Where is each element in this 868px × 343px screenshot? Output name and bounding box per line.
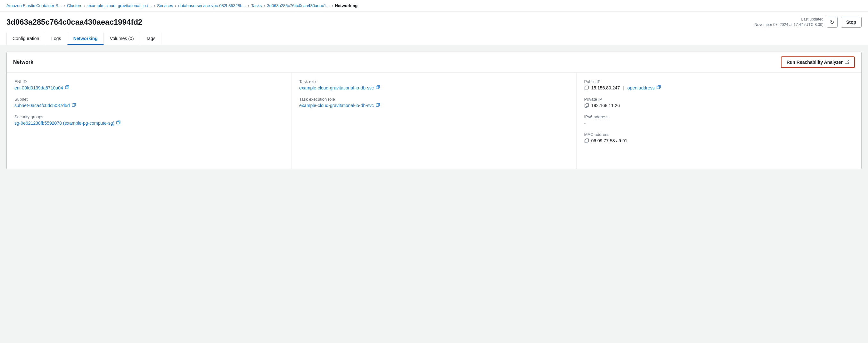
eni-id-link[interactable]: eni-09fd0139da8710a04 [14,85,63,90]
tab-configuration[interactable]: Configuration [6,33,45,45]
page-title: 3d063a285c764c0caa430aeac1994fd2 [6,18,142,27]
breadcrumb-sep-1: › [64,3,65,8]
security-groups-value: sg-0e621238fb5592078 (example-pg-compute… [14,120,283,126]
breadcrumb-item-ecs[interactable]: Amazon Elastic Container S... [6,3,62,8]
breadcrumb-sep-7: › [332,3,333,8]
last-updated-value: November 07, 2024 at 17:47 (UTC-8:00) [754,23,823,27]
subnet-value: subnet-0aca4fc0dc5087d5d [14,103,283,108]
breadcrumb-sep-6: › [264,3,265,8]
task-execution-role-label: Task execution role [299,97,568,102]
mac-address-value: 06:09:77:58:a9:91 [584,138,854,143]
svg-rect-9 [586,104,588,107]
breadcrumb-sep-5: › [248,3,249,8]
eni-id-label: ENI ID [14,79,283,84]
task-role-group: Task role example-cloud-gravitational-io… [299,79,568,90]
pipe-separator: | [623,85,624,90]
ipv6-address-group: IPv6 address - [584,114,854,126]
breadcrumb-sep-4: › [175,3,176,8]
security-groups-group: Security groups sg-0e621238fb5592078 (ex… [14,114,283,126]
tab-networking[interactable]: Networking [67,33,104,45]
network-section-card: Network Run Reachability Analyzer ENI ID… [6,52,862,169]
svg-rect-11 [586,139,588,142]
task-role-value: example-cloud-gravitational-io-db-svc [299,85,568,90]
main-content: Network Run Reachability Analyzer ENI ID… [0,45,868,176]
svg-rect-7 [657,86,659,89]
subnet-group: Subnet subnet-0aca4fc0dc5087d5d [14,97,283,108]
private-ip-copy-icon[interactable] [584,103,589,108]
tabs-row: Configuration Logs Networking Volumes (0… [6,33,862,45]
svg-rect-4 [376,104,379,107]
open-address-link[interactable]: open address [627,85,655,90]
public-ip-label: Public IP [584,79,854,84]
refresh-button[interactable]: ↻ [827,17,838,28]
network-col-2: Task role example-cloud-gravitational-io… [291,73,576,169]
eni-id-external-icon [65,85,69,90]
ipv6-address-text: - [584,120,586,126]
public-ip-group: Public IP 15.156.80.247 | open address [584,79,854,90]
eni-id-value: eni-09fd0139da8710a04 [14,85,283,90]
run-reachability-button[interactable]: Run Reachability Analyzer [781,56,855,68]
tab-volumes[interactable]: Volumes (0) [104,33,140,45]
tab-tags[interactable]: Tags [140,33,162,45]
security-groups-external-icon [116,120,120,126]
svg-rect-2 [117,121,119,124]
ipv6-address-value: - [584,120,854,126]
mac-address-label: MAC address [584,132,854,137]
private-ip-label: Private IP [584,97,854,102]
external-link-icon [845,60,849,65]
public-ip-value: 15.156.80.247 | open address [584,85,854,90]
subnet-link[interactable]: subnet-0aca4fc0dc5087d5d [14,103,70,108]
breadcrumb-item-services[interactable]: Services [157,3,173,8]
task-execution-role-value: example-cloud-gravitational-io-db-svc [299,103,568,108]
private-ip-text: 192.168.11.26 [591,103,620,108]
svg-rect-1 [72,104,74,107]
breadcrumb-sep-3: › [154,3,155,8]
refresh-icon: ↻ [830,19,834,25]
breadcrumb-item-tasks[interactable]: Tasks [251,3,262,8]
network-col-1: ENI ID eni-09fd0139da8710a04 Subnet [7,73,291,169]
network-col-3: Public IP 15.156.80.247 | open address [577,73,861,169]
header-actions: Last updated November 07, 2024 at 17:47 … [754,17,862,28]
task-execution-role-group: Task execution role example-cloud-gravit… [299,97,568,108]
run-reachability-label: Run Reachability Analyzer [787,60,843,65]
breadcrumb-current: Networking [335,3,358,8]
eni-id-group: ENI ID eni-09fd0139da8710a04 [14,79,283,90]
security-groups-link[interactable]: sg-0e621238fb5592078 (example-pg-compute… [14,120,114,126]
subnet-label: Subnet [14,97,283,102]
public-ip-copy-icon[interactable] [584,85,589,90]
page-header: 3d063a285c764c0caa430aeac1994fd2 Last up… [0,11,868,45]
mac-address-group: MAC address 06:09:77:58:a9:91 [584,132,854,143]
public-ip-text: 15.156.80.247 [591,85,620,90]
task-role-external-icon [376,85,380,90]
stop-button[interactable]: Stop [841,17,862,28]
mac-address-text: 06:09:77:58:a9:91 [591,138,627,143]
subnet-external-icon [72,103,76,108]
security-groups-label: Security groups [14,114,283,119]
private-ip-group: Private IP 192.168.11.26 [584,97,854,108]
breadcrumb-item-clusters[interactable]: Clusters [67,3,82,8]
last-updated-label: Last updated [801,17,823,22]
breadcrumb-item-task[interactable]: 3d063a285c764c0caa430aeac1... [267,3,330,8]
breadcrumb-item-service[interactable]: database-service-vpc-082b35328b... [178,3,246,8]
svg-rect-3 [376,86,379,89]
last-updated: Last updated November 07, 2024 at 17:47 … [754,17,823,28]
breadcrumb: Amazon Elastic Container S... › Clusters… [0,0,868,11]
private-ip-value: 192.168.11.26 [584,103,854,108]
mac-address-copy-icon[interactable] [584,138,589,143]
ipv6-address-label: IPv6 address [584,114,854,119]
section-title: Network [13,59,33,65]
open-address-external-icon [657,85,661,90]
tab-logs[interactable]: Logs [45,33,67,45]
breadcrumb-sep-2: › [84,3,86,8]
task-execution-role-link[interactable]: example-cloud-gravitational-io-db-svc [299,103,374,108]
task-execution-role-external-icon [376,103,380,108]
breadcrumb-item-cluster[interactable]: example_cloud_gravitational_io-t... [88,3,152,8]
section-header: Network Run Reachability Analyzer [7,52,861,73]
task-role-link[interactable]: example-cloud-gravitational-io-db-svc [299,85,374,90]
svg-rect-0 [65,86,68,89]
network-grid: ENI ID eni-09fd0139da8710a04 Subnet [7,73,861,169]
svg-rect-6 [586,86,588,89]
task-role-label: Task role [299,79,568,84]
